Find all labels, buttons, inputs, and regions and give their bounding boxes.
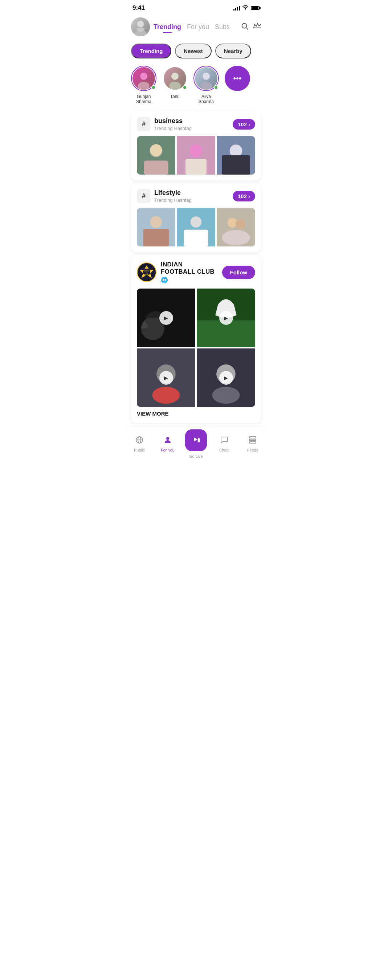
svg-point-54	[212, 387, 239, 404]
svg-point-6	[140, 73, 147, 80]
play-button-2[interactable]: ▶	[219, 311, 233, 325]
story-name-aliya: Aliya Sharma	[193, 94, 219, 104]
svg-point-0	[245, 9, 246, 10]
svg-point-19	[190, 145, 202, 157]
golive-button[interactable]	[185, 430, 207, 451]
wifi-icon	[242, 5, 249, 11]
story-row: Gunjan Sharma Tanu	[125, 61, 267, 108]
club-video-4[interactable]: ▶	[197, 348, 255, 407]
story-name-tanu: Tanu	[170, 94, 180, 99]
club-name: INDIAN FOOTBALL CLUB	[161, 261, 218, 275]
club-logo: WINDY city RAMPAGE	[137, 262, 156, 282]
nav-chats-label: Chats	[219, 448, 230, 452]
header-actions	[241, 22, 261, 32]
svg-point-3	[137, 21, 144, 27]
svg-point-10	[202, 73, 210, 80]
hashtag-title-lifestyle: Lifestyle	[154, 189, 192, 197]
feeds-icon	[248, 436, 257, 447]
svg-rect-25	[222, 155, 250, 175]
tab-trending[interactable]: Trending	[153, 23, 181, 31]
follow-button[interactable]: Follow	[222, 266, 255, 279]
svg-rect-21	[185, 159, 207, 175]
svg-point-27	[150, 216, 162, 228]
online-dot-tanu	[183, 85, 187, 90]
bottom-nav: Public For You Go Live Chats	[125, 426, 267, 464]
status-bar: 9:41	[125, 0, 267, 14]
filter-newest[interactable]: Newest	[175, 43, 212, 59]
club-video-2[interactable]: ▶	[197, 288, 255, 347]
chats-icon	[220, 436, 229, 447]
svg-rect-59	[198, 438, 200, 442]
search-icon[interactable]	[241, 22, 249, 32]
lifestyle-count-badge[interactable]: 102 ›	[233, 191, 255, 202]
battery-icon	[251, 6, 260, 10]
foryou-icon	[163, 436, 172, 447]
story-item-aliya[interactable]: Aliya Sharma	[193, 66, 219, 104]
business-count-badge[interactable]: 102 ›	[233, 119, 255, 130]
club-video-3[interactable]: ▶	[137, 348, 195, 407]
online-dot-aliya	[214, 85, 218, 90]
svg-point-58	[166, 437, 169, 440]
user-avatar[interactable]	[131, 18, 150, 36]
nav-tabs: Trending For you Subs	[153, 23, 237, 31]
tab-subs[interactable]: Subs	[215, 23, 230, 31]
football-club-card: WINDY city RAMPAGE INDIAN FOOTBALL CLUB …	[131, 255, 261, 423]
svg-line-5	[247, 28, 248, 29]
business-hashtag-card: # business Trending Hashtag 102 ›	[131, 111, 261, 180]
lifestyle-img-1[interactable]	[137, 208, 175, 247]
nav-feeds-label: Feeds	[247, 448, 258, 452]
tab-foryou[interactable]: For you	[187, 23, 209, 31]
lifestyle-image-grid	[137, 208, 255, 247]
svg-rect-29	[143, 229, 169, 247]
nav-foryou-label: For You	[161, 448, 175, 452]
lifestyle-img-2[interactable]	[177, 208, 215, 247]
hash-icon-lifestyle: #	[137, 189, 151, 203]
nav-foryou[interactable]: For You	[153, 436, 182, 452]
public-icon	[135, 436, 144, 447]
svg-point-36	[236, 219, 245, 229]
story-item-more[interactable]: •••	[225, 66, 250, 94]
svg-point-16	[150, 144, 162, 156]
club-video-1[interactable]: ▶	[137, 288, 195, 347]
play-button-3[interactable]: ▶	[159, 371, 173, 385]
svg-point-7	[138, 82, 150, 90]
nav-chats[interactable]: Chats	[210, 436, 239, 452]
business-img-2[interactable]	[177, 136, 215, 175]
svg-rect-33	[184, 230, 208, 247]
crown-icon[interactable]	[253, 22, 261, 32]
hashtag-title-business: business	[154, 117, 192, 125]
hashtag-header-lifestyle: # Lifestyle Trending Hashtag 102 ›	[137, 189, 255, 203]
business-img-1[interactable]	[137, 136, 175, 175]
view-more-button[interactable]: VIEW MORE	[137, 407, 255, 417]
business-image-grid	[137, 136, 255, 175]
club-header: WINDY city RAMPAGE INDIAN FOOTBALL CLUB …	[137, 261, 255, 283]
business-img-3[interactable]	[217, 136, 255, 175]
hashtag-sub-business: Trending Hashtag	[154, 126, 192, 131]
filter-trending[interactable]: Trending	[131, 43, 171, 59]
lifestyle-hashtag-card: # Lifestyle Trending Hashtag 102 ›	[131, 183, 261, 252]
story-item-tanu[interactable]: Tanu	[162, 66, 188, 99]
lifestyle-img-3[interactable]	[217, 208, 255, 247]
svg-rect-62	[249, 442, 256, 443]
club-globe-icon: 🌐	[161, 277, 218, 283]
play-button-4[interactable]: ▶	[219, 371, 233, 385]
svg-point-37	[222, 230, 250, 245]
hashtag-header-business: # business Trending Hashtag 102 ›	[137, 117, 255, 131]
hash-icon-business: #	[137, 117, 151, 131]
story-more-btn[interactable]: •••	[225, 66, 250, 91]
svg-point-8	[171, 73, 178, 80]
svg-point-4	[242, 23, 247, 28]
status-time: 9:41	[132, 4, 145, 12]
signal-icon	[233, 5, 240, 11]
nav-feeds[interactable]: Feeds	[239, 436, 267, 452]
story-item-gunjan[interactable]: Gunjan Sharma	[131, 66, 156, 104]
svg-text:RAMPAGE: RAMPAGE	[143, 274, 150, 275]
header: Trending For you Subs	[125, 14, 267, 41]
nav-public[interactable]: Public	[125, 436, 153, 452]
nav-golive[interactable]: Go Live	[182, 430, 210, 458]
filter-nearby[interactable]: Nearby	[215, 43, 251, 59]
online-dot	[151, 85, 156, 90]
play-button-1[interactable]: ▶	[159, 311, 173, 325]
nav-golive-label: Go Live	[189, 454, 203, 458]
svg-point-9	[169, 82, 181, 90]
